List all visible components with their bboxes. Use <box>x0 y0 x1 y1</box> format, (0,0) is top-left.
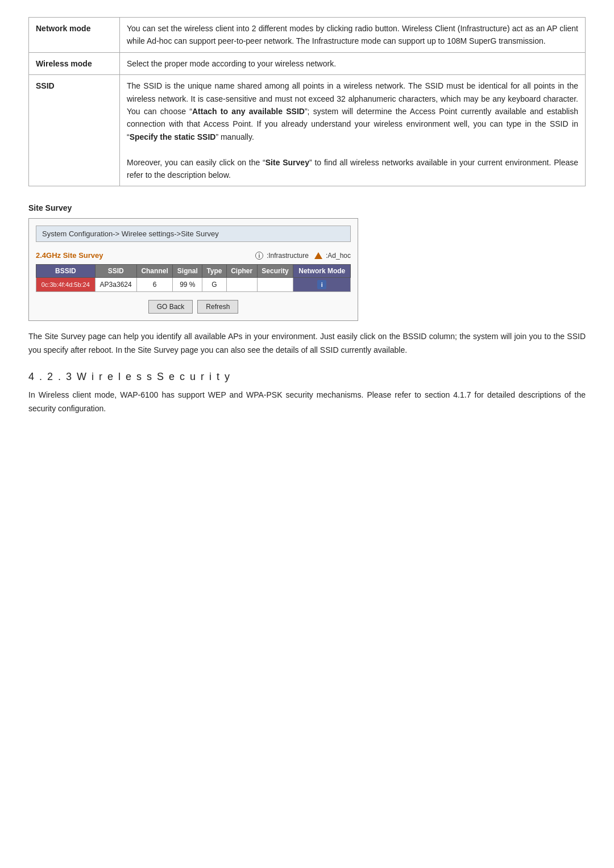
ss-buttons: GO Back Refresh <box>36 300 351 314</box>
table-row-network-mode: Network mode You can set the wireless cl… <box>29 18 586 53</box>
survey-description: The Site Survey page can help you identi… <box>28 330 586 357</box>
survey-table: BSSID SSID Channel Signal Type Cipher Se… <box>36 264 351 292</box>
survey-table-header-row: BSSID SSID Channel Signal Type Cipher Se… <box>36 265 351 278</box>
table-row-ssid: SSID The SSID is the unique name shared … <box>29 75 586 186</box>
netmode-i-icon: i <box>317 280 326 289</box>
ss-header-row: 2.4GHz Site Survey i :Infrastructure :Ad… <box>36 251 351 260</box>
adhoc-icon <box>314 252 322 259</box>
site-survey-section: Site Survey System Configuration-> Wirel… <box>28 203 586 357</box>
infrastructure-icon: i <box>255 252 263 260</box>
ss-title-bar: System Configuration-> Wirelee settings-… <box>36 226 351 242</box>
col-type: Type <box>202 265 226 278</box>
cell-security <box>257 278 293 292</box>
cell-netmode: i <box>293 278 351 292</box>
col-security: Security <box>257 265 293 278</box>
section-423-heading: 4 . 2 . 3 W i r e l e s s S e c u r i t … <box>28 371 586 383</box>
ssid-bold-2: Specify the static SSID <box>130 132 216 141</box>
go-back-button[interactable]: GO Back <box>148 300 193 314</box>
term-wireless-mode: Wireless mode <box>29 52 120 74</box>
cell-cipher <box>226 278 257 292</box>
section-423-body: In Wireless client mode, WAP-6100 has su… <box>28 389 586 416</box>
col-channel: Channel <box>136 265 173 278</box>
cell-type: G <box>202 278 226 292</box>
site-survey-box: System Configuration-> Wirelee settings-… <box>28 218 358 321</box>
term-network-mode: Network mode <box>29 18 120 53</box>
cell-bssid[interactable]: 0c:3b:4f:4d:5b:24 <box>36 278 96 292</box>
col-cipher: Cipher <box>226 265 257 278</box>
cell-signal: 99 % <box>173 278 202 292</box>
cell-channel: 6 <box>136 278 173 292</box>
section-423: 4 . 2 . 3 W i r e l e s s S e c u r i t … <box>28 371 586 416</box>
col-ssid: SSID <box>95 265 136 278</box>
description-table: Network mode You can set the wireless cl… <box>28 17 586 186</box>
table-row-wireless-mode: Wireless mode Select the proper mode acc… <box>29 52 586 74</box>
ssid-bold-3: Site Survey <box>265 158 309 167</box>
col-network-mode: Network Mode <box>293 265 351 278</box>
ss-mode-legend: i :Infrastructure :Ad_hoc <box>255 252 351 260</box>
cell-ssid: AP3a3624 <box>95 278 136 292</box>
col-bssid: BSSID <box>36 265 96 278</box>
desc-network-mode: You can set the wireless client into 2 d… <box>120 18 586 53</box>
refresh-button[interactable]: Refresh <box>197 300 238 314</box>
site-survey-heading: Site Survey <box>28 203 586 212</box>
ss-freq-label: 2.4GHz Site Survey <box>36 251 103 260</box>
term-ssid: SSID <box>29 75 120 186</box>
infra-label: :Infrastructure <box>267 252 309 260</box>
survey-table-row: 0c:3b:4f:4d:5b:24 AP3a3624 6 99 % G i <box>36 278 351 292</box>
desc-wireless-mode: Select the proper mode according to your… <box>120 52 586 74</box>
adhoc-label: :Ad_hoc <box>326 252 351 260</box>
desc-ssid: The SSID is the unique name shared among… <box>120 75 586 186</box>
ssid-bold-1: Attach to any available SSID <box>192 107 305 116</box>
col-signal: Signal <box>173 265 202 278</box>
